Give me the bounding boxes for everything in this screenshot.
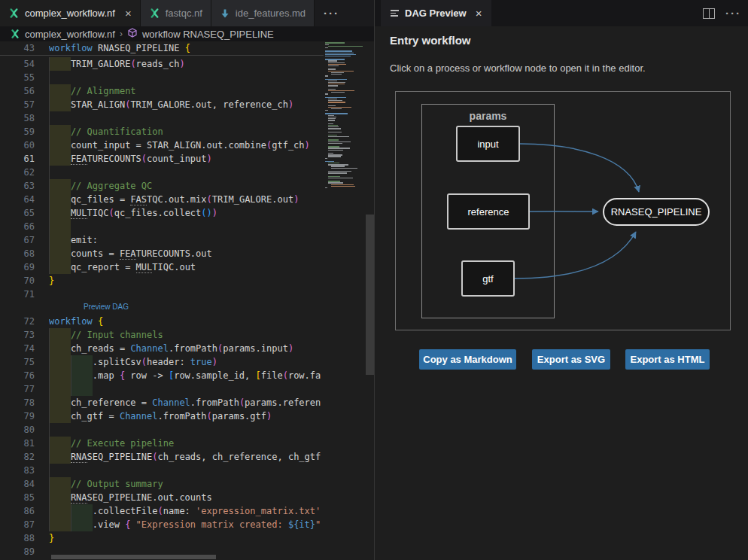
code-line[interactable]: 72workflow { (0, 315, 324, 328)
line-number[interactable]: 69 (0, 260, 35, 274)
code-line[interactable]: 68counts = FEATURECOUNTS.out (0, 247, 324, 260)
code-line[interactable]: 70} (0, 274, 324, 288)
breadcrumb-symbol[interactable]: workflow RNASEQ_PIPELINE (142, 29, 274, 40)
line-number[interactable]: 61 (0, 152, 35, 166)
copy-as-markdown-button[interactable]: Copy as Markdown (419, 349, 516, 370)
line-number[interactable]: 67 (0, 233, 35, 247)
line-number[interactable]: 76 (0, 369, 35, 382)
line-number[interactable]: 82 (0, 450, 35, 464)
line-number[interactable] (0, 301, 35, 315)
code-line[interactable]: 75.splitCsv(header: true) (0, 355, 324, 369)
node-gtf[interactable]: gtf (461, 260, 515, 297)
tab-fastqc[interactable]: fastqc.nf (141, 0, 211, 26)
code-line[interactable]: 62 (0, 166, 324, 179)
more-actions-icon[interactable]: ··· (725, 7, 741, 20)
line-number[interactable]: 85 (0, 491, 35, 504)
line-number[interactable]: 71 (0, 288, 35, 301)
line-number[interactable]: 58 (0, 111, 35, 125)
line-number[interactable]: 65 (0, 206, 35, 220)
line-number[interactable]: 68 (0, 247, 35, 260)
more-tabs-icon[interactable]: ··· (324, 7, 339, 20)
line-number[interactable]: 43 (0, 41, 35, 55)
code-line[interactable]: 81// Execute pipeline (0, 437, 324, 450)
line-number[interactable]: 86 (0, 504, 35, 518)
code-line[interactable]: 80 (0, 423, 324, 437)
line-number[interactable]: 74 (0, 342, 35, 355)
code-line[interactable]: 88} (0, 531, 324, 545)
code-line[interactable]: 66 (0, 220, 324, 233)
line-number[interactable]: 83 (0, 464, 35, 477)
node-input[interactable]: input (456, 126, 520, 162)
code-line[interactable]: 71 (0, 288, 324, 301)
line-number[interactable]: 89 (0, 545, 35, 558)
code-token: // Quantification (71, 126, 163, 137)
codelens-row[interactable]: Preview DAG (0, 301, 324, 315)
code-line[interactable]: 63// Aggregate QC (0, 179, 324, 193)
code-line[interactable]: 83 (0, 464, 324, 477)
close-icon[interactable]: × (125, 8, 132, 19)
line-number[interactable]: 64 (0, 193, 35, 206)
code-line[interactable]: 61FEATURECOUNTS(count_input) (0, 152, 324, 166)
code-line[interactable]: 56// Alignment (0, 84, 324, 98)
export-as-svg-button[interactable]: Export as SVG (532, 349, 610, 370)
code-line[interactable]: 86.collectFile(name: 'expression_matrix.… (0, 504, 324, 518)
line-number[interactable]: 59 (0, 125, 35, 138)
line-number[interactable]: 56 (0, 84, 35, 98)
line-number[interactable]: 81 (0, 437, 35, 450)
code-line[interactable]: 54TRIM_GALORE(reads_ch) (0, 57, 324, 71)
line-number[interactable]: 88 (0, 531, 35, 545)
code-line[interactable]: 67emit: (0, 233, 324, 247)
line-number[interactable]: 62 (0, 166, 35, 179)
code-line[interactable]: 57STAR_ALIGN(TRIM_GALORE.out, reference_… (0, 98, 324, 111)
line-number[interactable]: 75 (0, 355, 35, 369)
code-line[interactable]: 82RNASEQ_PIPELINE(ch_reads, ch_reference… (0, 450, 324, 464)
line-number[interactable]: 54 (0, 57, 35, 71)
node-rnaseq-pipeline[interactable]: RNASEQ_PIPELINE (603, 198, 710, 226)
code-line[interactable]: 74ch_reads = Channel.fromPath(params.inp… (0, 342, 324, 355)
line-number[interactable]: 63 (0, 179, 35, 193)
code-line[interactable]: 73// Input channels (0, 328, 324, 342)
line-number[interactable]: 57 (0, 98, 35, 111)
minimap[interactable] (324, 42, 366, 208)
scrollbar-vertical[interactable] (366, 215, 374, 375)
code-line[interactable]: 84// Output summary (0, 477, 324, 491)
split-editor-icon[interactable] (703, 8, 715, 19)
code-line[interactable]: 69qc_report = MULTIQC.out (0, 260, 324, 274)
scrollbar-horizontal[interactable] (51, 555, 216, 559)
code-line[interactable]: 77 (0, 382, 324, 396)
code-line[interactable]: 43workflow RNASEQ_PIPELINE { (0, 41, 324, 55)
tab-dag-preview[interactable]: DAG Preview × (381, 0, 491, 26)
code-line[interactable]: 85RNASEQ_PIPELINE.out.counts (0, 491, 324, 504)
export-as-html-button[interactable]: Export as HTML (625, 349, 710, 370)
line-number[interactable]: 60 (0, 138, 35, 152)
line-number[interactable]: 78 (0, 396, 35, 409)
breadcrumb-file[interactable]: complex_workflow.nf (25, 29, 115, 40)
close-icon[interactable]: × (476, 7, 482, 20)
code-line[interactable]: 65MULTIQC(qc_files.collect()) (0, 206, 324, 220)
code-editor[interactable]: 43workflow RNASEQ_PIPELINE { 54TRIM_GALO… (0, 41, 374, 560)
code-line[interactable]: 60count_input = STAR_ALIGN.out.combine(g… (0, 138, 324, 152)
line-number[interactable]: 84 (0, 477, 35, 491)
code-line[interactable]: 55 (0, 71, 324, 84)
code-line[interactable]: 59// Quantification (0, 125, 324, 138)
line-number[interactable]: 80 (0, 423, 35, 437)
code-line[interactable]: 64qc_files = FASTQC.out.mix(TRIM_GALORE.… (0, 193, 324, 206)
codelens-preview-dag[interactable]: Preview DAG (84, 301, 129, 315)
line-number[interactable]: 72 (0, 315, 35, 328)
line-number[interactable]: 77 (0, 382, 35, 396)
node-reference[interactable]: reference (447, 193, 530, 230)
code-line[interactable]: 87.view { "Expression matrix created: ${… (0, 518, 324, 531)
line-number[interactable]: 87 (0, 518, 35, 531)
line-number[interactable]: 55 (0, 71, 35, 84)
code-line[interactable]: 58 (0, 111, 324, 125)
code-line[interactable]: 78ch_reference = Channel.fromPath(params… (0, 396, 324, 409)
line-number[interactable]: 70 (0, 274, 35, 288)
line-number[interactable]: 73 (0, 328, 35, 342)
sticky-scroll-line[interactable]: 43workflow RNASEQ_PIPELINE { (0, 41, 324, 56)
tab-ide-features[interactable]: ide_features.md (211, 0, 315, 26)
line-number[interactable]: 79 (0, 409, 35, 423)
line-number[interactable]: 66 (0, 220, 35, 233)
code-line[interactable]: 76.map { row -> [row.sample_id, [file(ro… (0, 369, 324, 382)
code-line[interactable]: 79ch_gtf = Channel.fromPath(params.gtf) (0, 409, 324, 423)
tab-complex-workflow[interactable]: complex_workflow.nf × (0, 0, 141, 26)
